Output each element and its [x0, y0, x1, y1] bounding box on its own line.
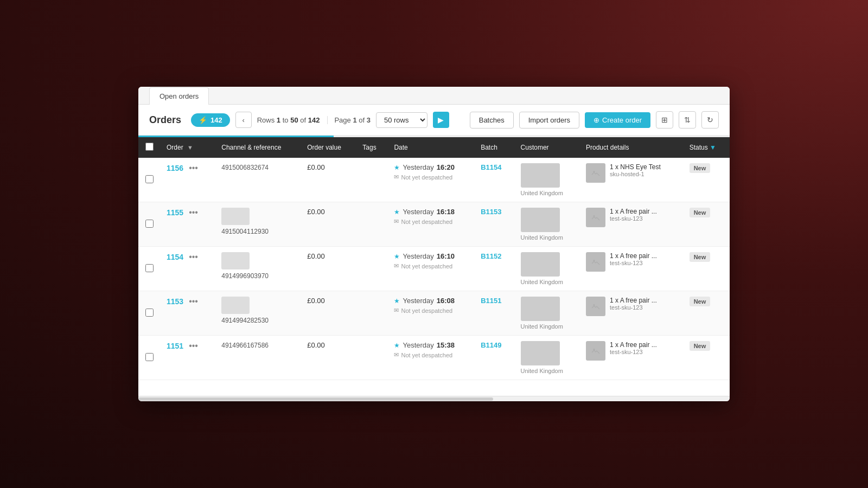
order-more-button[interactable]: •••	[187, 341, 200, 351]
row-checkbox[interactable]	[145, 220, 154, 228]
order-more-button[interactable]: •••	[187, 163, 200, 173]
row-checkbox[interactable]	[145, 309, 154, 317]
prev-page-button[interactable]: ‹	[235, 112, 252, 128]
row-checkbox[interactable]	[145, 264, 154, 272]
customer-cell: United Kingdom	[514, 291, 579, 336]
product-thumbnail	[586, 208, 605, 227]
import-orders-button[interactable]: Import orders	[519, 112, 579, 129]
customer-image	[521, 163, 560, 188]
time-value: 16:08	[437, 297, 455, 305]
arrow-right-icon: ▶	[438, 115, 444, 124]
customer-image	[521, 208, 560, 232]
status-badge: New	[690, 163, 711, 173]
time-value: 16:20	[437, 163, 455, 171]
customer-cell: United Kingdom	[514, 336, 579, 380]
create-order-button[interactable]: ⊕ Create order	[585, 112, 650, 128]
table-row: 1154 ••• 4914996903970 £0.00 ★ Yesterday…	[138, 247, 730, 291]
row-checkbox-cell	[138, 247, 160, 291]
rows-total: 142	[308, 116, 320, 124]
order-sort-icon[interactable]: ▼	[187, 144, 193, 151]
order-id-link[interactable]: 1153	[167, 297, 183, 306]
product-name: 1 x A free pair ...	[610, 341, 657, 349]
order-value-cell: £0.00	[301, 158, 356, 202]
horizontal-scrollbar[interactable]	[138, 396, 730, 401]
order-id-link[interactable]: 1155	[167, 208, 183, 217]
table-row: 1153 ••• 4914994282530 £0.00 ★ Yesterday…	[138, 291, 730, 336]
order-id-link[interactable]: 1154	[167, 253, 183, 261]
reference-number: 4914966167586	[221, 342, 269, 349]
table-header-row: Order ▼ Channel & reference Order value …	[138, 137, 730, 158]
filter-icon: ⇅	[684, 115, 691, 124]
advanced-filter-button[interactable]: ⇅	[679, 111, 696, 129]
product-name: 1 x A free pair ...	[610, 297, 657, 304]
orders-table-wrap: Order ▼ Channel & reference Order value …	[138, 137, 730, 396]
status-filter-icon[interactable]: ▼	[710, 144, 716, 151]
order-value-cell: £0.00	[301, 247, 356, 291]
batch-cell: B1154	[474, 158, 514, 202]
product-thumbnail	[586, 341, 605, 361]
orders-count-button[interactable]: ⚡ 142	[191, 113, 230, 127]
order-id-link[interactable]: 1151	[167, 342, 183, 350]
time-value: 15:38	[437, 341, 455, 349]
order-value-cell: £0.00	[301, 336, 356, 380]
progress-fill	[138, 136, 334, 137]
status-cell: New	[683, 158, 730, 202]
col-value: Order value	[301, 137, 356, 158]
order-more-button[interactable]: •••	[187, 297, 200, 306]
product-sku: test-sku-123	[610, 304, 657, 311]
order-more-button[interactable]: •••	[187, 208, 200, 217]
plus-icon: ⊕	[593, 116, 599, 124]
tab-open-orders[interactable]: Open orders	[149, 87, 209, 105]
date-cell: ★ Yesterday 15:38 ✉ Not yet despatched	[387, 336, 474, 380]
date-label: Yesterday	[403, 341, 433, 349]
despatch-status: Not yet despatched	[401, 263, 452, 269]
product-name: 1 x A free pair ...	[610, 252, 657, 260]
row-checkbox[interactable]	[145, 353, 154, 361]
star-icon: ★	[394, 208, 400, 216]
tags-cell	[356, 291, 387, 336]
status-badge: New	[690, 297, 711, 306]
table-row: 1156 ••• 4915006832674 £0.00 ★ Yesterday…	[138, 158, 730, 202]
batch-link[interactable]: B1149	[481, 341, 501, 349]
order-id-cell: 1155 •••	[160, 202, 215, 247]
next-page-button[interactable]: ▶	[433, 112, 449, 128]
toolbar: Orders ⚡ 142 ‹ Rows 1 to 50 of 142 Page …	[138, 105, 730, 136]
date-label: Yesterday	[403, 297, 433, 305]
svg-rect-2	[592, 214, 599, 221]
status-cell: New	[683, 247, 730, 291]
date-line: ★ Yesterday 16:08	[394, 297, 468, 305]
status-badge: New	[690, 208, 711, 217]
order-value-cell: £0.00	[301, 291, 356, 336]
row-checkbox-cell	[138, 336, 160, 380]
reference-number: 4915004112930	[221, 228, 269, 235]
select-all-checkbox[interactable]	[145, 143, 154, 151]
batch-link[interactable]: B1152	[481, 252, 501, 260]
rows-info: Rows 1 to 50 of 142	[257, 116, 320, 124]
refresh-button[interactable]: ↻	[701, 111, 719, 129]
date-line: ★ Yesterday 15:38	[394, 341, 468, 349]
row-checkbox[interactable]	[145, 175, 154, 183]
table-body: 1156 ••• 4915006832674 £0.00 ★ Yesterday…	[138, 158, 730, 380]
order-id-link[interactable]: 1156	[167, 164, 183, 172]
despatch-status: Not yet despatched	[401, 219, 452, 225]
product-name: 1 x NHS Eye Test	[610, 163, 661, 171]
order-id-cell: 1156 •••	[160, 158, 215, 202]
layout-toggle-button[interactable]: ⊞	[656, 111, 673, 129]
batches-button[interactable]: Batches	[470, 112, 514, 129]
order-more-button[interactable]: •••	[187, 252, 200, 262]
batch-link[interactable]: B1154	[481, 163, 501, 171]
batch-link[interactable]: B1153	[481, 208, 501, 216]
product-sku: sku-hosted-1	[610, 171, 661, 177]
despatch-line: ✉ Not yet despatched	[394, 307, 468, 314]
row-checkbox-cell	[138, 202, 160, 247]
channel-logo	[221, 208, 250, 225]
batch-link[interactable]: B1151	[481, 297, 501, 305]
col-customer: Customer	[514, 137, 579, 158]
col-order: Order ▼	[160, 137, 215, 158]
batch-cell: B1153	[474, 202, 514, 247]
batch-cell: B1152	[474, 247, 514, 291]
scroll-thumb[interactable]	[138, 397, 493, 401]
rows-per-page-select[interactable]: 50 rows 25 rows 100 rows	[376, 112, 427, 128]
date-cell: ★ Yesterday 16:18 ✉ Not yet despatched	[387, 202, 474, 247]
reference-number: 4915006832674	[221, 164, 269, 171]
